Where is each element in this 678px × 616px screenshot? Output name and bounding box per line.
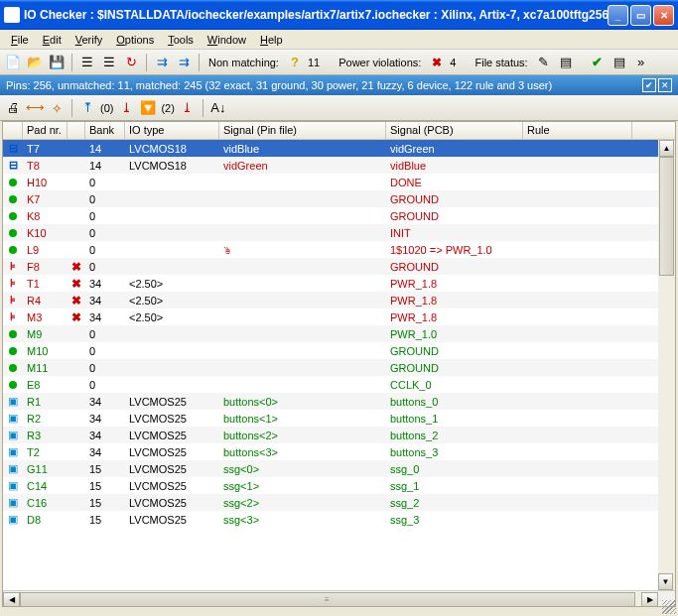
titlebar[interactable]: IO Checker : $INSTALLDATA/iochecker/exam… bbox=[0, 0, 678, 30]
io-type: <2.50> bbox=[125, 295, 219, 307]
column-header[interactable]: Bank bbox=[85, 122, 125, 139]
scroll-thumb[interactable] bbox=[659, 157, 674, 276]
resize-grip[interactable] bbox=[662, 600, 676, 614]
table-row[interactable]: ⊟T814LVCMOS18vidGreenvidBlue bbox=[3, 157, 675, 174]
file3-icon[interactable]: ▤ bbox=[610, 54, 628, 71]
file1-icon[interactable]: ✎ bbox=[535, 54, 553, 71]
column-header[interactable]: IO type bbox=[125, 122, 219, 139]
signal-pcb: ssg_0 bbox=[386, 463, 523, 475]
vertical-scrollbar[interactable]: ▲ ▼ bbox=[658, 140, 675, 590]
column-header[interactable]: Rule bbox=[523, 122, 632, 139]
table-row[interactable]: ▣C1615LVCMOS25ssg<2>ssg_2 bbox=[3, 494, 675, 511]
check-icon[interactable]: ✔ bbox=[589, 54, 607, 71]
tune-icon[interactable]: ⟡ bbox=[48, 99, 66, 117]
filter1-count: (0) bbox=[100, 102, 113, 114]
list1-icon[interactable]: ☰ bbox=[78, 54, 96, 71]
bank: 0 bbox=[85, 227, 125, 239]
table-row[interactable]: ▣R134LVCMOS25buttons<0>buttons_0 bbox=[3, 393, 675, 410]
io-type: LVCMOS25 bbox=[125, 396, 219, 408]
align-icon[interactable]: ⟷ bbox=[26, 99, 44, 117]
column-header[interactable]: Signal (Pin file) bbox=[219, 122, 386, 139]
bank: 14 bbox=[85, 160, 125, 172]
menu-verify[interactable]: Verify bbox=[68, 32, 110, 48]
column-header[interactable]: Signal (PCB) bbox=[386, 122, 523, 139]
violation-icon: ✖ bbox=[68, 294, 85, 308]
bank: 34 bbox=[85, 430, 125, 441]
row-type-icon: ⊟ bbox=[3, 142, 23, 155]
status-check-icon[interactable]: ✔ bbox=[642, 78, 656, 92]
column-header[interactable] bbox=[3, 122, 23, 139]
filter2b-icon[interactable]: ⤓ bbox=[179, 99, 197, 117]
pad-nr: L9 bbox=[23, 244, 68, 256]
pad-nr: D8 bbox=[23, 514, 68, 526]
filter1-icon[interactable]: ⤒ bbox=[78, 99, 96, 117]
file2-icon[interactable]: ▤ bbox=[557, 54, 575, 71]
io-type: LVCMOS25 bbox=[125, 446, 219, 458]
table-row[interactable]: ⊧T1✖34<2.50>PWR_1.8 bbox=[3, 275, 675, 292]
scroll-right-icon[interactable]: ▶ bbox=[641, 592, 658, 607]
minimize-button[interactable]: _ bbox=[608, 5, 628, 26]
bank: 34 bbox=[85, 413, 125, 425]
status-text: Pins: 256, unmatched: 11, matched: 245 (… bbox=[6, 79, 642, 91]
table-row[interactable]: K100INIT bbox=[3, 224, 675, 241]
menu-help[interactable]: Help bbox=[253, 32, 290, 48]
pad-nr: T2 bbox=[23, 446, 68, 458]
row-type-icon: ⊧ bbox=[3, 310, 23, 323]
table-row[interactable]: M110GROUND bbox=[3, 359, 675, 376]
pad-nr: C14 bbox=[23, 480, 68, 492]
funnel-icon[interactable]: 🔽 bbox=[139, 99, 157, 117]
tree1-icon[interactable]: ⇉ bbox=[153, 54, 171, 71]
table-row[interactable]: M100GROUND bbox=[3, 342, 675, 359]
new-icon[interactable]: 📄 bbox=[4, 54, 22, 71]
signal-pin: 🖱 bbox=[219, 244, 386, 256]
table-row[interactable]: ▣R334LVCMOS25buttons<2>buttons_2 bbox=[3, 427, 675, 443]
more-icon[interactable]: » bbox=[632, 54, 650, 71]
scroll-up-icon[interactable]: ▲ bbox=[659, 140, 674, 157]
scroll-left-icon[interactable]: ◀ bbox=[3, 592, 20, 607]
table-row[interactable]: ▣T234LVCMOS25buttons<3>buttons_3 bbox=[3, 443, 675, 460]
x-icon[interactable]: ✖ bbox=[428, 54, 446, 71]
column-header[interactable] bbox=[68, 122, 85, 139]
signal-pin: buttons<0> bbox=[219, 396, 386, 408]
close-button[interactable]: ✕ bbox=[653, 5, 674, 26]
bank: 0 bbox=[85, 244, 125, 256]
help-icon[interactable]: ? bbox=[286, 54, 304, 71]
horizontal-scrollbar[interactable]: ◀ ≡ ▶ bbox=[3, 590, 675, 607]
save-icon[interactable]: 💾 bbox=[48, 54, 66, 71]
table-row[interactable]: H100DONE bbox=[3, 174, 675, 190]
print-icon[interactable]: 🖨 bbox=[4, 99, 22, 117]
table-row[interactable]: K80GROUND bbox=[3, 207, 675, 224]
table-row[interactable]: K70GROUND bbox=[3, 190, 675, 207]
table-row[interactable]: ⊟T714LVCMOS18vidBluevidGreen bbox=[3, 140, 675, 157]
menu-edit[interactable]: Edit bbox=[36, 32, 68, 48]
list2-icon[interactable]: ☰ bbox=[100, 54, 118, 71]
signal-pcb: buttons_3 bbox=[386, 446, 523, 458]
filter1b-icon[interactable]: ⤓ bbox=[117, 99, 135, 117]
table-body[interactable]: ⊟T714LVCMOS18vidBluevidGreen⊟T814LVCMOS1… bbox=[3, 140, 675, 590]
sort-icon[interactable]: A↓ bbox=[209, 99, 227, 117]
status-close-icon[interactable]: ✕ bbox=[658, 78, 672, 92]
bank: 0 bbox=[85, 362, 125, 374]
tree2-icon[interactable]: ⇉ bbox=[175, 54, 193, 71]
table-row[interactable]: E80CCLK_0 bbox=[3, 376, 675, 393]
menu-window[interactable]: Window bbox=[201, 32, 253, 48]
bank: 0 bbox=[85, 210, 125, 222]
column-header[interactable]: Pad nr. bbox=[23, 122, 68, 139]
table-row[interactable]: ⊧M3✖34<2.50>PWR_1.8 bbox=[3, 308, 675, 325]
scroll-down-icon[interactable]: ▼ bbox=[658, 573, 673, 590]
menu-file[interactable]: File bbox=[4, 32, 36, 48]
bank: 15 bbox=[85, 497, 125, 509]
table-row[interactable]: ▣C1415LVCMOS25ssg<1>ssg_1 bbox=[3, 477, 675, 494]
table-row[interactable]: ▣D815LVCMOS25ssg<3>ssg_3 bbox=[3, 511, 675, 528]
menu-tools[interactable]: Tools bbox=[161, 32, 201, 48]
table-row[interactable]: ⊧R4✖34<2.50>PWR_1.8 bbox=[3, 292, 675, 308]
table-row[interactable]: L90 🖱1$1020 => PWR_1.0 bbox=[3, 241, 675, 258]
table-row[interactable]: ⊧F8✖0GROUND bbox=[3, 258, 675, 275]
table-row[interactable]: ▣R234LVCMOS25buttons<1>buttons_1 bbox=[3, 410, 675, 427]
maximize-button[interactable]: ▭ bbox=[630, 5, 651, 26]
table-row[interactable]: ▣G1115LVCMOS25ssg<0>ssg_0 bbox=[3, 460, 675, 477]
refresh-icon[interactable]: ↻ bbox=[122, 54, 140, 71]
table-row[interactable]: M90PWR_1.0 bbox=[3, 325, 675, 342]
menu-options[interactable]: Options bbox=[109, 32, 161, 48]
open-icon[interactable]: 📂 bbox=[26, 54, 44, 71]
